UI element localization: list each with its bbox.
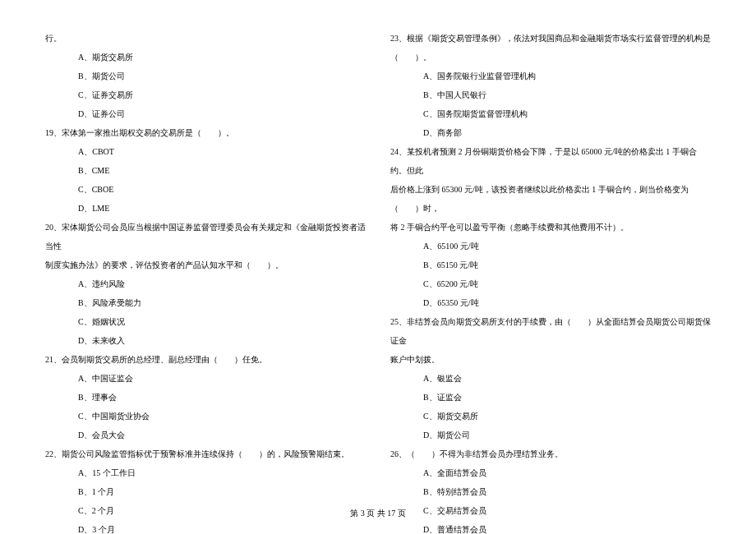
q26-option-d: D、普通结算会员 — [390, 520, 711, 534]
q23-text-line1: 23、根据《期货交易管理条例》，依法对我国商品和金融期货市场实行监督管理的机构是 — [390, 29, 711, 48]
q19-text: 19、宋体第一家推出期权交易的交易所是（ ）。 — [45, 123, 366, 142]
q25-option-c: C、期货交易所 — [390, 407, 711, 426]
q21-option-d: D、会员大会 — [45, 426, 366, 444]
q22-text: 22、期货公司风险监管指标优于预警标准并连续保持（ ）的，风险预警期结束。 — [45, 444, 366, 463]
q19-option-d: D、LME — [45, 199, 366, 218]
q24-text-line3: 将 2 手铜合约平仓可以盈亏平衡（忽略手续费和其他费用不计）。 — [390, 218, 711, 237]
q19-option-c: C、CBOE — [45, 180, 366, 199]
document-content: 行。 A、期货交易所 B、期货公司 C、证券交易所 D、证券公司 19、宋体第一… — [45, 29, 711, 534]
q25-text-line2: 账户中划拨。 — [390, 350, 711, 369]
q26-text: 26、（ ）不得为非结算会员办理结算业务。 — [390, 444, 711, 463]
q21-text: 21、会员制期货交易所的总经理、副总经理由（ ）任免。 — [45, 350, 366, 369]
q24-option-c: C、65200 元/吨 — [390, 274, 711, 293]
q21-option-b: B、理事会 — [45, 388, 366, 407]
continuation-text: 行。 — [45, 29, 366, 48]
q20-option-c: C、婚姻状况 — [45, 312, 366, 331]
q20-text-line1: 20、宋体期货公司会员应当根据中国证券监督管理委员会有关规定和《金融期货投资者适… — [45, 218, 366, 255]
q18-option-c: C、证券交易所 — [45, 85, 366, 104]
q25-option-d: D、期货公司 — [390, 426, 711, 444]
q19-option-a: A、CBOT — [45, 142, 366, 161]
q25-option-a: A、银监会 — [390, 369, 711, 388]
q20-option-d: D、未来收入 — [45, 331, 366, 350]
q26-option-a: A、全面结算会员 — [390, 463, 711, 482]
q22-option-b: B、1 个月 — [45, 482, 366, 501]
q21-option-a: A、中国证监会 — [45, 369, 366, 388]
q24-option-b: B、65150 元/吨 — [390, 255, 711, 274]
q22-option-a: A、15 个工作日 — [45, 463, 366, 482]
q22-option-d: D、3 个月 — [45, 520, 366, 534]
q23-option-a: A、国务院银行业监督管理机构 — [390, 67, 711, 85]
q21-option-c: C、中国期货业协会 — [45, 407, 366, 426]
q23-option-b: B、中国人民银行 — [390, 85, 711, 104]
q20-text-line2: 制度实施办法》的要求，评估投资者的产品认知水平和（ ）。 — [45, 255, 366, 274]
q24-text-line2: 后价格上涨到 65300 元/吨，该投资者继续以此价格卖出 1 手铜合约，则当价… — [390, 180, 711, 218]
q18-option-a: A、期货交易所 — [45, 48, 366, 67]
q20-option-b: B、风险承受能力 — [45, 293, 366, 312]
q23-option-d: D、商务部 — [390, 123, 711, 142]
q20-option-a: A、违约风险 — [45, 274, 366, 293]
q25-text-line1: 25、非结算会员向期货交易所支付的手续费，由（ ）从全面结算会员期货公司期货保证… — [390, 312, 711, 350]
q25-option-b: B、证监会 — [390, 388, 711, 407]
right-column: 23、根据《期货交易管理条例》，依法对我国商品和金融期货市场实行监督管理的机构是… — [390, 29, 711, 534]
q18-option-b: B、期货公司 — [45, 67, 366, 85]
left-column: 行。 A、期货交易所 B、期货公司 C、证券交易所 D、证券公司 19、宋体第一… — [45, 29, 366, 534]
q26-option-b: B、特别结算会员 — [390, 482, 711, 501]
page-footer: 第 3 页 共 17 页 — [0, 508, 756, 519]
q24-option-d: D、65350 元/吨 — [390, 293, 711, 312]
q24-text-line1: 24、某投机者预测 2 月份铜期货价格会下降，于是以 65000 元/吨的价格卖… — [390, 142, 711, 180]
q18-option-d: D、证券公司 — [45, 104, 366, 123]
q23-text-line2: （ ）。 — [390, 48, 711, 67]
q24-option-a: A、65100 元/吨 — [390, 237, 711, 255]
q19-option-b: B、CME — [45, 161, 366, 180]
q23-option-c: C、国务院期货监督管理机构 — [390, 104, 711, 123]
